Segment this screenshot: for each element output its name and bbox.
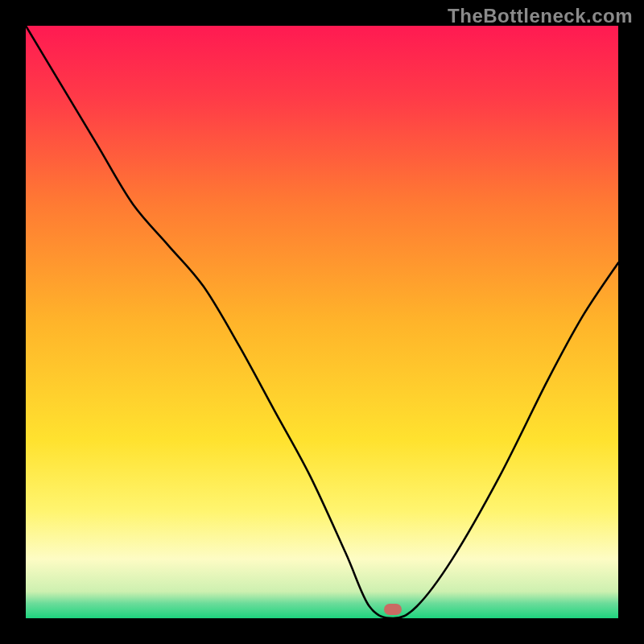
- gradient-background: [26, 26, 618, 618]
- optimal-point-marker: [384, 604, 402, 615]
- chart-frame: TheBottleneck.com: [0, 0, 644, 644]
- chart-canvas: [26, 26, 618, 618]
- watermark-text: TheBottleneck.com: [448, 5, 633, 27]
